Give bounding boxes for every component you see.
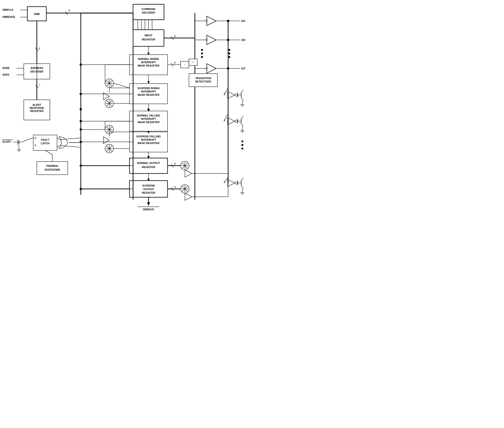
bus-8-top: 8: [68, 9, 70, 12]
svg-line-108: [241, 186, 244, 188]
svg-line-23: [57, 146, 59, 147]
bus-7: 7: [39, 84, 40, 87]
nfimr-l3: MASK REGISTER: [138, 121, 159, 123]
nor-l1: NORMAL OUTPUT: [137, 162, 160, 165]
buf-right-3: [228, 179, 235, 187]
sfimr-l2: INTERRUPT: [141, 138, 156, 141]
cd-line1: COMMAND: [142, 8, 156, 10]
io1-label: IO1: [241, 19, 245, 22]
sor-l1: SUSPEND: [142, 184, 155, 187]
svg-line-22: [57, 138, 59, 139]
bus-8-vert: 8: [39, 47, 40, 50]
s-label: S: [34, 144, 36, 147]
buf-io2: [207, 35, 216, 45]
j-nfimr: [80, 120, 82, 122]
nrimr-l3: MASK REGISTER: [138, 64, 159, 67]
rdot2: [241, 144, 243, 146]
mdot3: [201, 56, 203, 58]
r-label: R: [34, 137, 36, 140]
j-nrimr: [80, 64, 82, 66]
svg-line-107: [241, 178, 244, 180]
ir-line2: REGISTER: [142, 38, 155, 41]
mdot2: [201, 52, 203, 54]
bus-8-ir: 8: [174, 35, 176, 38]
j-sor: [80, 188, 82, 190]
nfimr-l1: NORMAL FALLING: [137, 114, 160, 117]
rdot3: [241, 148, 243, 149]
j-nor: [80, 165, 82, 167]
svg-line-21: [45, 150, 52, 155]
svg-line-98: [241, 116, 244, 118]
fl-line2: LATCH: [41, 142, 50, 145]
buf-io7: [207, 64, 216, 73]
svg-marker-39: [147, 81, 150, 84]
j-srimr: [80, 93, 82, 95]
nor-l2: REGISTER: [142, 166, 155, 168]
svg-line-19: [21, 138, 33, 142]
sor-l3: REGISTER: [142, 191, 155, 194]
io7-label: IO7: [241, 67, 245, 70]
sor-l2: OUTPUT: [143, 188, 154, 191]
sfimr-l3: MASK REGISTER: [138, 142, 159, 145]
arr-line2: RESPONSE: [29, 107, 44, 109]
buf-io1: [207, 16, 216, 26]
td-l2: DETECTORS: [195, 80, 211, 83]
ir-line1: INPUT: [145, 34, 153, 37]
buf2: [103, 137, 109, 144]
od-circle-2: [235, 120, 237, 122]
ts-line2: SHUTDOWN: [45, 168, 60, 171]
alert-label: ALERT: [2, 140, 11, 143]
svg-line-89: [241, 90, 244, 92]
mdot1: [201, 49, 203, 51]
dot2: [228, 52, 230, 54]
add0-label: ADD0: [2, 66, 9, 69]
svg-line-128: [114, 83, 130, 88]
io2-label: IO2: [241, 39, 245, 41]
nfimr-l2: INTERRUPT: [141, 117, 156, 120]
smbdata-label: SMBDATA: [2, 16, 15, 18]
cd-line2: DECODER: [142, 11, 155, 14]
fl-line1: FAULT: [41, 138, 49, 141]
rdot1: [241, 140, 243, 142]
od-circle-1: [235, 94, 237, 96]
svg-line-90: [241, 98, 244, 100]
buf-right-2: [228, 118, 235, 125]
arr-line3: REGISTER: [30, 110, 43, 112]
od-circle-3: [235, 182, 237, 184]
nrimr-l2: INTERRUPT: [141, 61, 156, 64]
smbclk-label: SMBCLK: [2, 8, 14, 11]
svg-line-99: [241, 124, 244, 126]
junction1: [80, 108, 82, 110]
dot3: [228, 56, 230, 58]
smbsus-junction: [147, 202, 150, 204]
td2-symbol: ↑↓: [192, 61, 194, 64]
dot1: [228, 49, 230, 51]
sfimr-l1: SUSPEND FALLING: [136, 135, 161, 138]
buf-right-1: [228, 91, 235, 99]
buf-sor: [185, 193, 192, 200]
td1-symbol: ↑: [184, 63, 185, 66]
srimr-l2: INTERRUPT: [141, 90, 156, 93]
smb-label: SMB: [34, 13, 40, 16]
srimr-l3: MASK REGISTER: [138, 93, 159, 96]
arr-line1: ALERT: [33, 103, 41, 106]
bus-8-sor: 8: [174, 186, 176, 189]
bus-8-nor: 8: [174, 162, 176, 165]
td-l1: TRANSITION: [195, 77, 211, 80]
smbsus-label: SMBSUS: [143, 208, 154, 211]
bus-8-nrimr: 8: [174, 61, 176, 64]
add1-label: ADD1: [2, 73, 9, 76]
srimr-l1: SUSPEND RISING: [137, 87, 160, 90]
buf-nor: [185, 170, 192, 177]
ts-line1: THERMAL: [46, 165, 59, 167]
nrimr-l1: NORMAL RISING: [138, 58, 159, 60]
